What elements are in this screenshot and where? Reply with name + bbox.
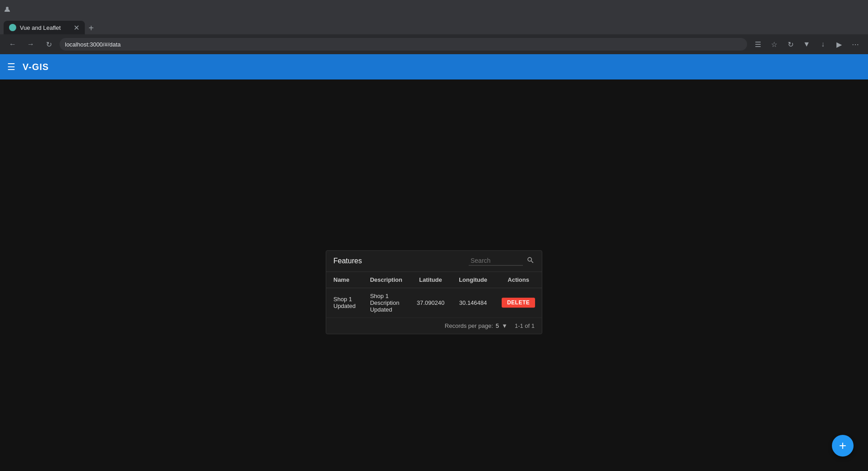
browser-tabs: Vue and Leaflet ✕ + [0,18,868,34]
hamburger-menu-icon[interactable]: ☰ [7,61,15,72]
features-card: Features Name Description Latitude [326,250,542,334]
new-tab-button[interactable]: + [85,22,97,34]
back-button[interactable]: ← [5,37,20,51]
address-bar[interactable]: localhost:3000/#/data [60,38,747,51]
tab-favicon [9,24,16,31]
card-header: Features [326,251,542,271]
col-name: Name [326,271,363,288]
browser-titlebar [0,0,868,18]
browser-chrome: Vue and Leaflet ✕ + ← → ↻ localhost:3000… [0,0,868,54]
col-longitude: Longitude [452,271,494,288]
table-body: Shop 1 Updated Shop 1 Description Update… [326,288,542,317]
read-mode-button[interactable]: ☰ [751,37,765,51]
address-text: localhost:3000/#/data [65,41,121,48]
card-title: Features [333,257,362,265]
more-button[interactable]: ⋯ [848,37,863,51]
nav-actions: ☰ ☆ ↻ ▼ ↓ ▶ ⋯ [751,37,863,51]
records-per-page-label: Records per page: [445,322,493,329]
browser-navbar: ← → ↻ localhost:3000/#/data ☰ ☆ ↻ ▼ ↓ ▶ … [0,34,868,54]
add-feature-fab[interactable]: + [832,435,854,457]
sync-button[interactable]: ▶ [832,37,846,51]
cell-latitude: 37.090240 [410,288,452,317]
download-button[interactable]: ↓ [816,37,830,51]
col-actions: Actions [494,271,542,288]
forward-button[interactable]: → [23,37,38,51]
tab-title: Vue and Leaflet [20,24,61,31]
bookmark-button[interactable]: ☆ [767,37,781,51]
cell-name: Shop 1 Updated [326,288,363,317]
fab-plus-icon: + [839,438,846,453]
per-page-value: 5 [496,322,499,329]
window-controls [4,5,11,13]
per-page-chevron-icon[interactable]: ▼ [502,322,508,329]
tab-close-button[interactable]: ✕ [74,23,79,32]
delete-button[interactable]: DELETE [502,298,535,308]
col-description: Description [363,271,410,288]
table-wrapper: Name Description Latitude Longitude Acti… [326,271,542,318]
card-footer: Records per page: 5 ▼ 1-1 of 1 [326,318,542,334]
search-icon[interactable] [526,256,535,266]
search-input[interactable] [469,256,523,266]
table-header: Name Description Latitude Longitude Acti… [326,271,542,288]
pagination-info: 1-1 of 1 [515,322,535,329]
features-table: Name Description Latitude Longitude Acti… [326,271,542,318]
app-content: Features Name Description Latitude [0,79,868,471]
browser-profile-icon[interactable] [4,5,11,13]
cell-longitude: 30.146484 [452,288,494,317]
refresh-button[interactable]: ↻ [783,37,798,51]
col-latitude: Latitude [410,271,452,288]
records-per-page: Records per page: 5 ▼ [445,322,508,329]
reload-button[interactable]: ↻ [42,37,56,51]
cell-actions: DELETE [494,288,542,317]
cell-description: Shop 1 Description Updated [363,288,410,317]
table-row: Shop 1 Updated Shop 1 Description Update… [326,288,542,317]
app-header: ☰ V-GIS [0,54,868,79]
search-area [469,256,535,266]
active-tab[interactable]: Vue and Leaflet ✕ [4,21,85,34]
app-title: V-GIS [23,62,49,72]
extension-button[interactable]: ▼ [799,37,814,51]
